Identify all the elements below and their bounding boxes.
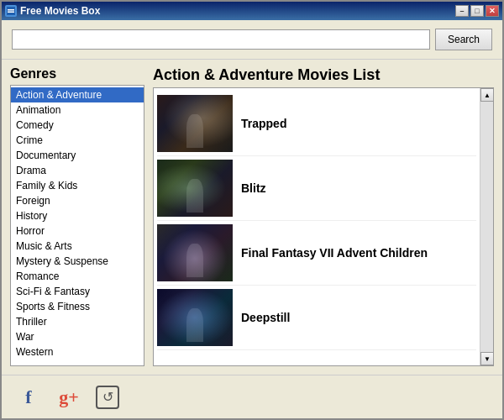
movie-title-ffvii: Final Fantasy VII Advent Children <box>241 246 428 260</box>
sidebar-item-drama[interactable]: Drama <box>11 163 144 178</box>
footer: f g+ <box>2 375 502 418</box>
movie-panel: Action & Adventure Movies List TrappedBl… <box>153 60 494 366</box>
search-bar: Search <box>2 20 502 60</box>
movie-list: TrappedBlitzFinal Fantasy VII Advent Chi… <box>154 88 480 365</box>
facebook-icon[interactable]: f <box>15 384 42 411</box>
sidebar-item-history[interactable]: History <box>11 208 144 223</box>
sidebar-title: Genres <box>10 60 144 85</box>
movie-title-blitz: Blitz <box>241 181 266 195</box>
search-input[interactable] <box>12 29 430 50</box>
sidebar-item-comedy[interactable]: Comedy <box>11 118 144 133</box>
movie-thumb-trapped <box>157 95 233 152</box>
title-bar: Free Movies Box – □ ✕ <box>2 2 502 20</box>
sidebar-item-crime[interactable]: Crime <box>11 133 144 148</box>
sidebar-item-thriller[interactable]: Thriller <box>11 314 144 329</box>
sidebar-item-western[interactable]: Western <box>11 344 144 360</box>
movie-thumb-deepstill <box>157 289 233 346</box>
window-title: Free Movies Box <box>20 5 452 17</box>
sidebar-item-family-kids[interactable]: Family & Kids <box>11 178 144 193</box>
sidebar-item-war[interactable]: War <box>11 329 144 344</box>
search-button[interactable]: Search <box>435 29 492 50</box>
svg-rect-0 <box>7 7 15 15</box>
sidebar-item-horror[interactable]: Horror <box>11 223 144 239</box>
movie-thumb-blitz <box>157 160 233 217</box>
scroll-up-button[interactable]: ▲ <box>480 88 494 102</box>
main-content: Genres Action & AdventureAnimationComedy… <box>2 60 502 375</box>
movie-title-deepstill: Deepstill <box>241 311 290 324</box>
svg-rect-2 <box>8 12 14 13</box>
sidebar-item-romance[interactable]: Romance <box>11 269 144 284</box>
scroll-down-button[interactable]: ▼ <box>480 352 494 365</box>
panel-title: Action & Adventure Movies List <box>153 60 494 87</box>
movie-list-container: TrappedBlitzFinal Fantasy VII Advent Chi… <box>153 87 494 366</box>
maximize-button[interactable]: □ <box>470 5 484 17</box>
movie-item-deepstill[interactable]: Deepstill <box>157 286 476 350</box>
sidebar-item-music-arts[interactable]: Music & Arts <box>11 239 144 254</box>
sidebar-item-mystery-suspense[interactable]: Mystery & Suspense <box>11 254 144 269</box>
movie-item-ffvii[interactable]: Final Fantasy VII Advent Children <box>157 221 476 286</box>
movie-thumb-ffvii <box>157 224 233 281</box>
sidebar-item-animation[interactable]: Animation <box>11 102 144 118</box>
refresh-icon[interactable] <box>96 386 119 409</box>
genre-list: Action & AdventureAnimationComedyCrimeDo… <box>10 85 144 366</box>
movie-item-blitz[interactable]: Blitz <box>157 156 476 221</box>
close-button[interactable]: ✕ <box>486 5 499 17</box>
window-controls: – □ ✕ <box>455 5 499 17</box>
movie-title-trapped: Trapped <box>241 117 286 130</box>
sidebar-item-foreign[interactable]: Foreign <box>11 193 144 208</box>
sidebar-item-sci-fi-fantasy[interactable]: Sci-Fi & Fantasy <box>11 284 144 299</box>
svg-rect-1 <box>8 9 14 11</box>
sidebar: Genres Action & AdventureAnimationComedy… <box>10 60 144 366</box>
google-plus-icon[interactable]: g+ <box>55 384 82 411</box>
scroll-track[interactable] <box>480 102 493 352</box>
minimize-button[interactable]: – <box>455 5 469 17</box>
sidebar-item-sports-fitness[interactable]: Sports & Fitness <box>11 299 144 314</box>
sidebar-item-documentary[interactable]: Documentary <box>11 148 144 163</box>
movie-item-trapped[interactable]: Trapped <box>157 92 476 156</box>
scrollbar: ▲ ▼ <box>480 88 493 365</box>
sidebar-item-action-adventure[interactable]: Action & Adventure <box>11 87 144 102</box>
app-icon <box>5 5 17 17</box>
app-window: Free Movies Box – □ ✕ Search Genres Acti… <box>0 0 504 420</box>
